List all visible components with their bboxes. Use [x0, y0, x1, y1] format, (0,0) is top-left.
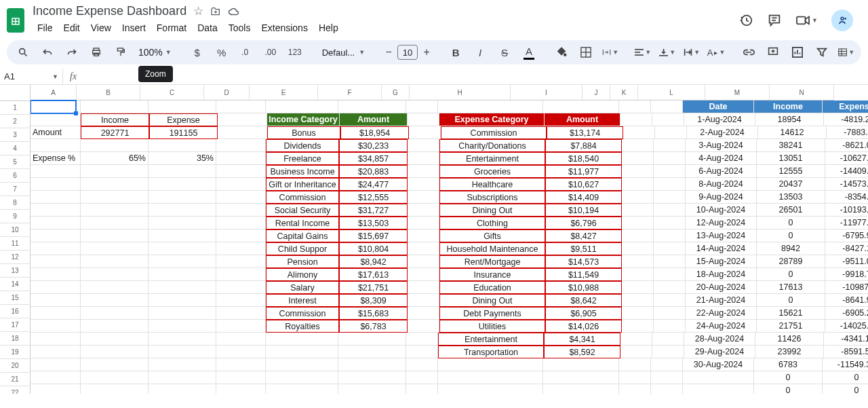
cell[interactable]: $10,627: [545, 178, 622, 191]
cell[interactable]: [31, 358, 81, 371]
cell[interactable]: [31, 371, 81, 384]
meet-icon[interactable]: ▼: [795, 14, 818, 26]
cell[interactable]: -10987.9: [825, 281, 868, 294]
cell[interactable]: $20,883: [339, 165, 408, 178]
cell[interactable]: [622, 242, 654, 255]
cell[interactable]: [216, 384, 266, 394]
cell[interactable]: 8942: [757, 242, 825, 255]
cell[interactable]: -9511.02: [825, 255, 868, 268]
cell[interactable]: 0: [757, 268, 825, 281]
cell[interactable]: [338, 371, 406, 384]
row-header[interactable]: 13: [0, 264, 31, 278]
cell[interactable]: [651, 371, 683, 384]
cell[interactable]: [406, 358, 438, 371]
cloud-icon[interactable]: [228, 6, 240, 17]
cell[interactable]: -14573.17: [825, 178, 868, 191]
cell[interactable]: [31, 191, 81, 204]
cell[interactable]: [31, 165, 81, 178]
cell[interactable]: $18,540: [545, 152, 622, 165]
cell[interactable]: [31, 217, 81, 229]
cell[interactable]: [216, 165, 266, 178]
cell[interactable]: [622, 139, 654, 152]
cell[interactable]: $13,174: [547, 126, 623, 139]
increase-font-icon[interactable]: +: [419, 45, 434, 60]
star-icon[interactable]: ☆: [193, 4, 203, 18]
cell[interactable]: [408, 255, 439, 268]
move-icon[interactable]: [210, 6, 221, 17]
fill-color-icon[interactable]: [551, 43, 572, 62]
cell[interactable]: 12555: [757, 165, 825, 178]
cell[interactable]: [622, 217, 654, 229]
cell[interactable]: $18,954: [340, 126, 409, 139]
history-icon[interactable]: [738, 13, 753, 28]
cell[interactable]: Income Category: [267, 113, 340, 126]
add-comment-icon[interactable]: [762, 43, 784, 62]
cell[interactable]: 15-Aug-2024: [686, 255, 757, 268]
cell[interactable]: 28-Aug-2024: [684, 333, 755, 346]
cell[interactable]: [406, 333, 438, 346]
strikethrough-icon[interactable]: S: [494, 43, 515, 62]
menu-file[interactable]: File: [33, 20, 58, 36]
row-header[interactable]: 6: [0, 169, 31, 183]
cell[interactable]: 12-Aug-2024: [686, 217, 757, 229]
cell[interactable]: $8,427: [545, 229, 622, 242]
cell[interactable]: Interest: [266, 294, 339, 307]
cell[interactable]: [216, 320, 266, 333]
cell[interactable]: [654, 281, 686, 294]
cell[interactable]: $21,751: [339, 281, 408, 294]
cell[interactable]: Rental Income: [266, 217, 339, 229]
cell[interactable]: $10,194: [545, 204, 622, 217]
cell[interactable]: [338, 346, 406, 358]
cell[interactable]: 38241: [757, 139, 825, 152]
cell[interactable]: Transportation: [438, 346, 544, 358]
cell[interactable]: [620, 346, 652, 358]
cell[interactable]: [149, 255, 216, 268]
cell[interactable]: [81, 320, 149, 333]
cell[interactable]: Gifts: [439, 229, 545, 242]
cell[interactable]: -7883.94: [827, 126, 868, 139]
cell[interactable]: $14,409: [545, 191, 622, 204]
cell[interactable]: [81, 191, 149, 204]
cell[interactable]: [31, 229, 81, 242]
cell[interactable]: Dividends: [266, 139, 339, 152]
cell[interactable]: [408, 152, 439, 165]
cell[interactable]: [216, 333, 266, 346]
cell[interactable]: 0: [823, 384, 868, 394]
menu-tools[interactable]: Tools: [224, 20, 256, 36]
cell[interactable]: [31, 281, 81, 294]
insert-chart-icon[interactable]: [787, 43, 808, 62]
cell[interactable]: 29-Aug-2024: [684, 346, 755, 358]
grid-area[interactable]: ABCDEFGHIJKLMN DateIncomeExpenseIncomeEx…: [31, 85, 868, 394]
cell[interactable]: $10,988: [545, 281, 622, 294]
cell[interactable]: 0: [754, 384, 823, 394]
cell[interactable]: Groceries: [439, 165, 545, 178]
cell[interactable]: [81, 268, 149, 281]
cell[interactable]: [619, 371, 651, 384]
cell[interactable]: [149, 217, 216, 229]
cell[interactable]: [438, 371, 543, 384]
cell[interactable]: 292771: [81, 126, 149, 139]
menu-help[interactable]: Help: [314, 20, 343, 36]
cell[interactable]: [619, 384, 651, 394]
cell[interactable]: Amount: [340, 113, 408, 126]
cell[interactable]: [543, 100, 619, 113]
cell[interactable]: [149, 294, 216, 307]
font-size-input[interactable]: 10: [397, 45, 418, 60]
cell[interactable]: $12,555: [339, 191, 408, 204]
cell[interactable]: [81, 242, 149, 255]
cell[interactable]: 24-Aug-2024: [686, 320, 757, 333]
cell[interactable]: -9918.76: [825, 268, 868, 281]
cell[interactable]: [622, 152, 654, 165]
cell[interactable]: 18-Aug-2024: [686, 268, 757, 281]
cell[interactable]: Social Security: [266, 204, 339, 217]
row-header[interactable]: 19: [0, 346, 31, 359]
cell[interactable]: [654, 165, 686, 178]
cell[interactable]: 15621: [757, 307, 825, 320]
cell[interactable]: 0: [757, 229, 825, 242]
cell[interactable]: [149, 268, 216, 281]
cell[interactable]: 0: [823, 371, 868, 384]
menu-extensions[interactable]: Extensions: [256, 20, 312, 36]
cell[interactable]: [622, 204, 654, 217]
column-header[interactable]: A: [31, 85, 77, 100]
cell[interactable]: [654, 217, 686, 229]
